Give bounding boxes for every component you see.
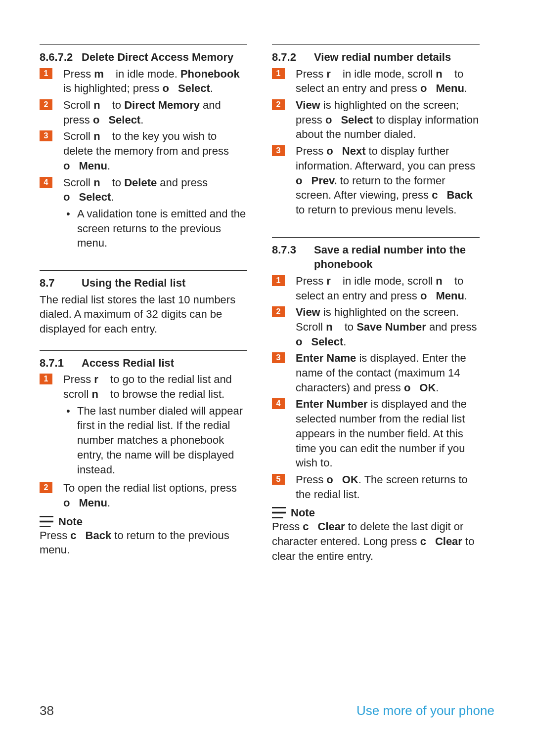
note-heading: Note: [40, 515, 247, 528]
section-rule: [272, 44, 480, 45]
note-icon: [272, 507, 286, 519]
section-title: Save a redial number into the phonebook: [314, 243, 480, 272]
page-footer: 38 Use more of your phone: [40, 703, 494, 718]
step-list: Press m in idle mode. Phonebook is highl…: [40, 67, 247, 251]
note-heading: Note: [272, 506, 480, 519]
section-heading: 8.7 Using the Redial list: [40, 276, 247, 291]
section-number: 8.7.2: [272, 50, 314, 65]
step-item: Press r in idle mode, scroll n to select…: [272, 67, 480, 96]
section-paragraph: The redial list stores the last 10 numbe…: [40, 293, 247, 336]
sub-bullet: A validation tone is emitted and the scr…: [63, 207, 247, 251]
step-list: Press r in idle mode, scroll n to select…: [272, 67, 480, 217]
step-item: Press oNext to display further informati…: [272, 144, 480, 217]
step-item: Enter Name is displayed. Enter the name …: [272, 351, 480, 395]
content-columns: 8.6.7.2 Delete Direct Access Memory Pres…: [40, 44, 494, 573]
step-item: Press oOK. The screen returns to the red…: [272, 472, 480, 502]
left-column: 8.6.7.2 Delete Direct Access Memory Pres…: [40, 44, 247, 573]
step-item: Scroll n to the key you wish to delete t…: [40, 129, 247, 173]
section-title: Using the Redial list: [82, 276, 247, 291]
section-rule: [40, 44, 247, 45]
section-rule: [40, 350, 247, 351]
step-item: To open the redial list options, press o…: [40, 481, 247, 510]
step-item: View is highlighted on the screen; press…: [272, 98, 480, 142]
note-label: Note: [291, 506, 315, 519]
section-number: 8.7: [40, 276, 82, 291]
step-list: Press r to go to the redial list and scr…: [40, 372, 247, 510]
step-list: Press r in idle mode, scroll n to select…: [272, 274, 480, 502]
step-item: Press r in idle mode, scroll n to select…: [272, 274, 480, 303]
sub-bullet-list: A validation tone is emitted and the scr…: [63, 207, 247, 251]
section-heading: 8.6.7.2 Delete Direct Access Memory: [40, 50, 247, 65]
step-item: Press r to go to the redial list and scr…: [40, 372, 247, 477]
step-item: View is highlighted on the screen. Scrol…: [272, 305, 480, 349]
section-number: 8.7.1: [40, 356, 82, 371]
note-label: Note: [58, 515, 83, 528]
step-item: Enter Number is displayed and the select…: [272, 397, 480, 470]
page-number: 38: [40, 703, 54, 718]
sub-bullet: The last number dialed will appear first…: [63, 404, 247, 477]
section-heading: 8.7.1 Access Redial list: [40, 356, 247, 371]
sub-bullet-list: The last number dialed will appear first…: [63, 404, 247, 477]
section-title: Delete Direct Access Memory: [82, 50, 247, 65]
manual-page: 8.6.7.2 Delete Direct Access Memory Pres…: [0, 0, 534, 756]
note-icon: [40, 516, 53, 528]
section-number: 8.7.3: [272, 243, 314, 272]
note-body: Press cClear to delete the last digit or…: [272, 519, 480, 563]
step-item: Scroll n to Delete and press oSelect. A …: [40, 175, 247, 251]
section-rule: [40, 270, 247, 271]
step-item: Scroll n to Direct Memory and press oSel…: [40, 98, 247, 127]
section-number: 8.6.7.2: [40, 50, 82, 65]
section-rule: [272, 237, 480, 238]
section-title: Access Redial list: [82, 356, 247, 371]
section-heading: 8.7.3 Save a redial number into the phon…: [272, 243, 480, 272]
footer-title: Use more of your phone: [356, 703, 494, 718]
section-heading: 8.7.2 View redial number details: [272, 50, 480, 65]
right-column: 8.7.2 View redial number details Press r…: [272, 44, 480, 573]
step-item: Press m in idle mode. Phonebook is highl…: [40, 67, 247, 96]
note-body: Press cBack to return to the previous me…: [40, 528, 247, 557]
section-title: View redial number details: [314, 50, 480, 65]
